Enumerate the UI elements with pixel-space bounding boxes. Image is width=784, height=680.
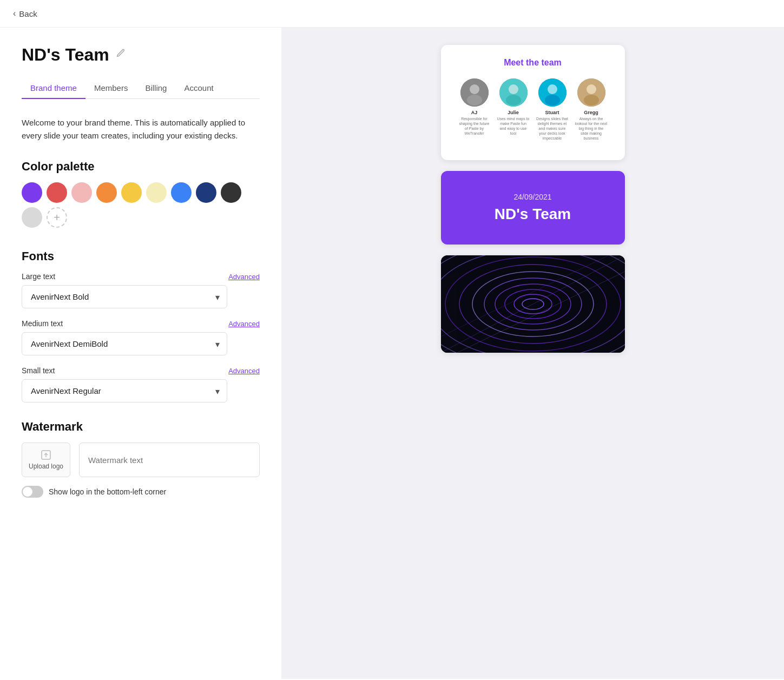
tab-billing[interactable]: Billing xyxy=(136,78,175,99)
svg-point-7 xyxy=(506,95,521,105)
member-gregg: Gregg Always on the lookout for the next… xyxy=(575,78,608,141)
svg-point-6 xyxy=(509,84,518,94)
large-text-advanced-link[interactable]: Advanced xyxy=(228,273,260,281)
avatar-stuart-image xyxy=(538,78,566,107)
avatar-stuart xyxy=(538,78,566,107)
upload-logo-button[interactable]: Upload logo xyxy=(22,443,70,477)
member-gregg-name: Gregg xyxy=(584,110,598,115)
tab-members[interactable]: Members xyxy=(85,78,137,99)
medium-text-label: Medium text xyxy=(22,319,63,328)
color-swatch-dark-gray[interactable] xyxy=(221,182,241,203)
large-text-row: Large text Advanced AvenirNext Bold Aven… xyxy=(22,272,260,308)
tab-brand-theme[interactable]: Brand theme xyxy=(22,78,85,99)
color-swatch-light-yellow[interactable] xyxy=(146,182,167,203)
member-julie: Julie Uses mind maps to make Paste fun a… xyxy=(497,78,530,141)
member-gregg-desc: Always on the lookout for the next big t… xyxy=(575,116,608,141)
top-bar: ‹ Back xyxy=(0,0,784,28)
member-aj-name: AJ xyxy=(471,110,478,115)
avatar-julie xyxy=(499,78,528,107)
watermark-section: Watermark Upload logo Show logo in the b… xyxy=(22,420,260,498)
avatar-gregg xyxy=(577,78,605,107)
team-members: AJ Responsible for shaping the future of… xyxy=(452,78,614,141)
page-title-section: ND's Team xyxy=(22,45,260,65)
main-layout: ND's Team Brand theme Members Billing Ac… xyxy=(0,28,784,679)
color-swatch-yellow[interactable] xyxy=(121,182,142,203)
svg-point-3 xyxy=(470,84,479,94)
member-aj-desc: Responsible for shaping the future of Pa… xyxy=(458,116,491,136)
large-text-select-wrapper: AvenirNext Bold AvenirNext DemiBold Aven… xyxy=(22,285,227,308)
member-stuart-desc: Designs slides that delight themes et an… xyxy=(536,116,569,141)
avatar-aj-image xyxy=(460,78,489,107)
color-palette-title: Color palette xyxy=(22,160,260,174)
preview-card-image xyxy=(441,255,625,353)
page-title: ND's Team xyxy=(22,45,109,65)
svg-point-13 xyxy=(584,95,599,105)
medium-text-advanced-link[interactable]: Advanced xyxy=(228,320,260,328)
small-text-row: Small text Advanced AvenirNext Bold Aven… xyxy=(22,366,260,402)
svg-point-10 xyxy=(545,95,560,105)
spiral-svg xyxy=(441,255,625,353)
svg-point-12 xyxy=(587,84,596,94)
svg-point-4 xyxy=(467,95,482,105)
color-swatch-pink[interactable] xyxy=(71,182,92,203)
small-text-advanced-link[interactable]: Advanced xyxy=(228,367,260,375)
watermark-text-input[interactable] xyxy=(79,443,260,477)
avatar-julie-image xyxy=(499,78,528,107)
fonts-section: Fonts Large text Advanced AvenirNext Bol… xyxy=(22,249,260,402)
small-text-select[interactable]: AvenirNext Bold AvenirNext DemiBold Aven… xyxy=(22,379,227,402)
medium-text-select[interactable]: AvenirNext Bold AvenirNext DemiBold Aven… xyxy=(22,332,227,355)
color-swatch-dark-blue[interactable] xyxy=(196,182,216,203)
preview-card-meet-team: Meet the team AJ Responsible for shaping… xyxy=(441,45,625,160)
small-text-label: Small text xyxy=(22,366,55,375)
color-swatch-light-gray[interactable] xyxy=(22,207,42,228)
preview-card-purple: 24/09/2021 ND's Team xyxy=(441,171,625,245)
card-image xyxy=(441,255,625,353)
fonts-title: Fonts xyxy=(22,249,260,263)
back-arrow-icon: ‹ xyxy=(13,9,16,18)
left-panel: ND's Team Brand theme Members Billing Ac… xyxy=(0,28,281,679)
small-text-label-row: Small text Advanced xyxy=(22,366,260,375)
watermark-title: Watermark xyxy=(22,420,260,434)
color-swatch-blue[interactable] xyxy=(171,182,192,203)
back-button[interactable]: ‹ Back xyxy=(13,9,37,18)
color-swatch-purple[interactable] xyxy=(22,182,42,203)
avatar-aj xyxy=(460,78,489,107)
upload-logo-label: Upload logo xyxy=(29,463,63,470)
large-text-select[interactable]: AvenirNext Bold AvenirNext DemiBold Aven… xyxy=(22,285,227,308)
color-palette-section: Color palette + xyxy=(22,160,260,228)
member-aj: AJ Responsible for shaping the future of… xyxy=(458,78,491,141)
member-stuart-name: Stuart xyxy=(545,110,559,115)
watermark-controls: Upload logo xyxy=(22,443,260,477)
toggle-label: Show logo in the bottom-left corner xyxy=(49,487,166,496)
avatar-gregg-image xyxy=(577,78,605,107)
color-swatch-orange[interactable] xyxy=(96,182,117,203)
add-color-button[interactable]: + xyxy=(47,207,67,228)
card-team-name: ND's Team xyxy=(454,206,612,223)
medium-text-label-row: Medium text Advanced xyxy=(22,319,260,328)
medium-text-row: Medium text Advanced AvenirNext Bold Ave… xyxy=(22,319,260,355)
meet-team-title: Meet the team xyxy=(452,58,614,68)
medium-text-select-wrapper: AvenirNext Bold AvenirNext DemiBold Aven… xyxy=(22,332,227,355)
member-julie-name: Julie xyxy=(508,110,519,115)
color-palette: + xyxy=(22,182,260,228)
small-text-select-wrapper: AvenirNext Bold AvenirNext DemiBold Aven… xyxy=(22,379,227,402)
svg-point-9 xyxy=(548,84,557,94)
back-label: Back xyxy=(19,9,37,18)
tab-account[interactable]: Account xyxy=(175,78,222,99)
upload-icon xyxy=(41,450,51,460)
description-text: Welcome to your brand theme. This is aut… xyxy=(22,116,260,142)
tabs: Brand theme Members Billing Account xyxy=(22,78,260,99)
large-text-label: Large text xyxy=(22,272,55,281)
show-logo-toggle[interactable] xyxy=(22,486,43,498)
member-julie-desc: Uses mind maps to make Paste fun and eas… xyxy=(497,116,530,136)
member-stuart: Stuart Designs slides that delight theme… xyxy=(536,78,569,141)
large-text-label-row: Large text Advanced xyxy=(22,272,260,281)
edit-icon[interactable] xyxy=(115,48,126,62)
color-swatch-red[interactable] xyxy=(47,182,67,203)
right-panel: Meet the team AJ Responsible for shaping… xyxy=(281,28,784,679)
card-date: 24/09/2021 xyxy=(454,193,612,201)
toggle-row: Show logo in the bottom-left corner xyxy=(22,486,260,498)
